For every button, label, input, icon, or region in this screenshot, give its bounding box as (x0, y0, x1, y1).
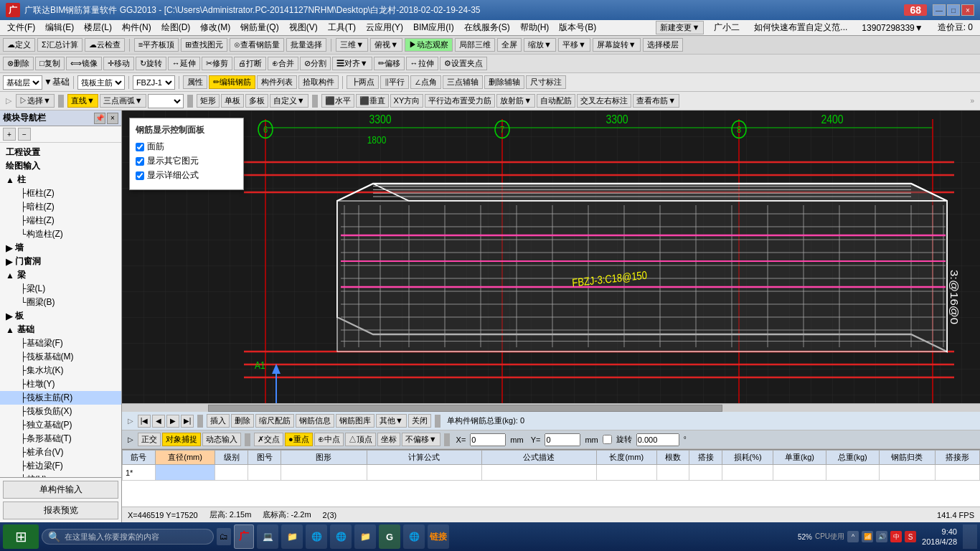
trim-button[interactable]: ✂修剪 (202, 57, 232, 70)
single-component-input-button[interactable]: 单构件输入 (3, 481, 118, 499)
select-tool-button[interactable]: ▷选择▼ (16, 94, 55, 108)
tree-raft-neg-bar[interactable]: ├筏板负筋(X) (0, 405, 121, 418)
bar-info-button[interactable]: 钢筋信息 (296, 414, 334, 428)
menu-online[interactable]: 在线服务(S) (460, 20, 514, 35)
parallel-edge-button[interactable]: 平行边布置受力筋 (425, 94, 495, 108)
x-input[interactable] (470, 433, 506, 446)
insert-row-button[interactable]: 插入 (207, 414, 230, 428)
y-input[interactable] (545, 433, 580, 446)
nav-next-button[interactable]: ▶ (166, 415, 179, 428)
taskbar-icon-link[interactable]: 链接 (428, 524, 449, 549)
tree-ring-beam[interactable]: └圈梁(B) (0, 296, 121, 309)
cad-canvas[interactable]: 3300 3300 2400 6 7 8 1800 (122, 110, 980, 403)
del-axis-button[interactable]: 删除辅轴 (484, 75, 524, 89)
menu-floor[interactable]: 楼层(L) (80, 20, 116, 35)
taskbar-icon-g[interactable]: G (379, 524, 400, 549)
tree-pile-beam[interactable]: ├桩边梁(F) (0, 459, 121, 473)
tree-drawing-input[interactable]: 绘图输入 (0, 159, 121, 173)
pan-button[interactable]: 平移▼ (558, 38, 590, 52)
view-bar-button[interactable]: 查看布筋▼ (633, 94, 679, 108)
3d-button[interactable]: 三维▼ (336, 38, 368, 52)
arc-tool-button[interactable]: 三点画弧▼ (100, 94, 146, 108)
property-button[interactable]: 属性 (183, 75, 207, 89)
radial-bar-button[interactable]: 放射筋▼ (496, 94, 535, 108)
tree-pile-cap[interactable]: ├桩承台(V) (0, 446, 121, 459)
mirror-button[interactable]: ⟺镜像 (66, 57, 102, 70)
print-button[interactable]: 🖨打断 (234, 57, 266, 70)
tree-hidden-column[interactable]: ├暗柱(Z) (0, 200, 121, 214)
start-button[interactable]: ⊞ (3, 524, 39, 549)
set-fixture-button[interactable]: ⚙设置夹点 (440, 57, 487, 70)
angle-point-button[interactable]: ∠点角 (410, 75, 441, 89)
rotate-input[interactable] (636, 433, 679, 446)
bar-library-button[interactable]: 钢筋图库 (336, 414, 374, 428)
no-offset-button[interactable]: 不偏移▼ (402, 433, 440, 446)
horizontal-button[interactable]: ⬛水平 (321, 94, 354, 108)
close-panel-button[interactable]: 关闭 (408, 414, 431, 428)
layer-select[interactable]: 基础层 (3, 75, 42, 90)
custom-button[interactable]: 自定义▼ (270, 94, 308, 108)
menu-draw[interactable]: 绘图(D) (157, 20, 195, 35)
tray-expand-button[interactable]: ^ (847, 531, 859, 542)
extend-button[interactable]: ↔延伸 (168, 57, 200, 70)
snap-button[interactable]: 对象捕捉 (162, 433, 201, 446)
align-button[interactable]: ☰对齐▼ (332, 57, 372, 70)
panel-close-button[interactable]: × (107, 113, 118, 124)
tree-column-group[interactable]: ▲柱 (0, 173, 121, 187)
bar-type-select[interactable]: 筏板主筋 (77, 75, 125, 90)
stretch-button[interactable]: ↔拉伸 (406, 57, 438, 70)
draw-mode-select[interactable] (148, 94, 184, 108)
face-bar-checkbox[interactable] (136, 143, 144, 151)
tray-ime-icon[interactable]: 中 (890, 531, 902, 542)
fullscreen-button[interactable]: 全屏 (497, 38, 522, 52)
top-view-button[interactable]: 俯视▼ (370, 38, 402, 52)
tree-raft-main-bar[interactable]: ├筏板主筋(R) (0, 391, 121, 405)
close-button[interactable]: × (961, 4, 974, 16)
panel-pin-button[interactable]: 📌 (94, 113, 105, 124)
rotate-button[interactable]: 屏幕旋转▼ (593, 38, 641, 52)
line-tool-button[interactable]: 直线▼ (67, 94, 98, 108)
adjust-button[interactable]: ✏偏移 (374, 57, 405, 70)
calc-button[interactable]: Σ汇总计算 (37, 38, 83, 52)
component-list-button[interactable]: 构件列表 (257, 75, 297, 89)
batch-select-button[interactable]: 批量选择 (286, 38, 326, 52)
dim-note-button[interactable]: 尺寸标注 (526, 75, 566, 89)
two-point-button[interactable]: ┣两点 (347, 75, 379, 89)
menu-modify[interactable]: 修改(M) (196, 20, 235, 35)
tree-sump[interactable]: ├集水坑(K) (0, 364, 121, 377)
merge-button[interactable]: ⊕合并 (268, 57, 298, 70)
h-scrollbar-thumb[interactable] (208, 405, 723, 412)
tray-app-icon[interactable]: S (905, 531, 916, 542)
select-floor-button[interactable]: 选择楼层 (643, 38, 683, 52)
tree-beam[interactable]: ├梁(L) (0, 282, 121, 296)
ortho-button[interactable]: 正交 (138, 433, 161, 446)
menu-bim[interactable]: BIM应用(I) (409, 20, 458, 35)
bar-code-select[interactable]: FBZJ-1 (133, 75, 175, 90)
intersection-button[interactable]: ✗交点 (254, 433, 283, 446)
tree-found-beam[interactable]: ├基础梁(F) (0, 336, 121, 350)
delete-button[interactable]: ⊗删除 (3, 57, 34, 70)
cross-lr-button[interactable]: 交叉左右标注 (577, 94, 631, 108)
maximize-button[interactable]: □ (947, 4, 960, 16)
level-board-button[interactable]: ≡平齐板顶 (134, 38, 179, 52)
tree-wall-group[interactable]: ▶墙 (0, 241, 121, 255)
task-view-button[interactable]: 🗂 (217, 528, 231, 545)
tree-slab-group[interactable]: ▶板 (0, 309, 121, 323)
cell-diameter[interactable] (155, 465, 215, 481)
menu-component[interactable]: 构件(N) (118, 20, 156, 35)
tree-frame-column[interactable]: ├框柱(Z) (0, 187, 121, 200)
auto-bar-button[interactable]: 自动配筋 (537, 94, 575, 108)
tree-door-window-group[interactable]: ▶门窗洞 (0, 255, 121, 268)
three-point-axis-button[interactable]: 三点辅轴 (443, 75, 483, 89)
other-elem-checkbox[interactable] (136, 157, 144, 166)
minimize-button[interactable]: — (933, 4, 946, 16)
nav-first-button[interactable]: |◀ (138, 415, 151, 428)
menu-tools[interactable]: 工具(T) (324, 20, 360, 35)
menu-version[interactable]: 版本号(B) (555, 20, 600, 35)
center-button[interactable]: ⊕中点 (314, 433, 344, 446)
menu-file[interactable]: 文件(F) (3, 20, 39, 35)
taskbar-icon-3[interactable]: 🌐 (306, 524, 327, 549)
single-board-button[interactable]: 单板 (221, 94, 244, 108)
zoom-button[interactable]: 缩放▼ (524, 38, 556, 52)
midpoint-button[interactable]: ●重点 (285, 433, 313, 446)
